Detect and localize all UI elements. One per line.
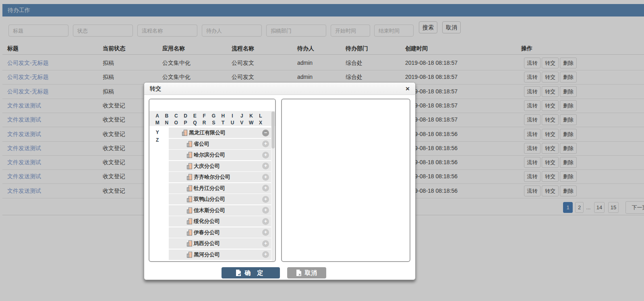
alphabet-row: ABCDEFGHIJKL bbox=[153, 112, 275, 119]
expand-plus-icon[interactable]: + bbox=[262, 185, 269, 192]
letter-item[interactable]: Y bbox=[153, 129, 162, 136]
scrollbar-track[interactable] bbox=[271, 111, 275, 261]
building-icon bbox=[186, 229, 193, 236]
expand-plus-icon[interactable]: + bbox=[262, 207, 269, 214]
letter-item[interactable]: M bbox=[153, 120, 162, 126]
alphabet-index-yz: YZ bbox=[149, 128, 169, 261]
letter-item[interactable]: X bbox=[256, 120, 265, 126]
tree-item-label[interactable]: 伊春分公司 bbox=[194, 227, 220, 238]
building-icon bbox=[186, 141, 193, 147]
tree-item-label[interactable]: 黑河分公司 bbox=[194, 249, 220, 260]
letter-item[interactable]: T bbox=[218, 120, 228, 126]
alphabet-index: ABCDEFGHIJKLMNOPQRSTUVWX bbox=[149, 111, 275, 126]
tree-item[interactable]: 伊春分公司+ bbox=[169, 227, 271, 238]
letter-item[interactable]: W bbox=[246, 120, 256, 126]
letter-item[interactable]: O bbox=[172, 120, 181, 126]
modal-header: 转交 × bbox=[144, 82, 415, 95]
building-icon bbox=[186, 252, 193, 258]
expand-plus-icon[interactable]: + bbox=[262, 163, 269, 169]
tree-item-label[interactable]: 省公司 bbox=[194, 139, 209, 149]
tree-item[interactable]: 齐齐哈尔分公司+ bbox=[169, 172, 271, 182]
expand-plus-icon[interactable]: + bbox=[262, 174, 269, 181]
expand-plus-icon[interactable]: + bbox=[262, 140, 269, 147]
modal-title: 转交 bbox=[144, 82, 415, 95]
expand-plus-icon[interactable]: + bbox=[262, 218, 269, 225]
letter-item[interactable]: Z bbox=[153, 137, 162, 144]
tree-item-label[interactable]: 牡丹江分公司 bbox=[194, 183, 225, 194]
tree-item-label[interactable]: 齐齐哈尔分公司 bbox=[194, 172, 230, 182]
tree-item[interactable]: 鸡西分公司+ bbox=[169, 238, 271, 249]
confirm-button[interactable]: 确 定 bbox=[222, 267, 280, 278]
tree-item[interactable]: 哈尔滨分公司+ bbox=[169, 150, 271, 160]
building-icon bbox=[186, 196, 193, 202]
tree-item[interactable]: 省公司+ bbox=[169, 139, 271, 149]
tree-item[interactable]: 黑河分公司+ bbox=[169, 249, 271, 260]
tree-item-label[interactable]: 大庆分公司 bbox=[194, 161, 220, 171]
confirm-label: 确 定 bbox=[244, 269, 265, 277]
tree-item-label[interactable]: 黑龙江有限公司 bbox=[189, 128, 226, 138]
building-icon bbox=[182, 130, 188, 136]
expand-plus-icon[interactable]: + bbox=[262, 229, 269, 236]
building-icon bbox=[186, 163, 193, 169]
tree-item[interactable]: 双鸭山分公司+ bbox=[169, 194, 271, 204]
building-icon bbox=[186, 152, 193, 158]
expand-plus-icon[interactable]: + bbox=[262, 196, 269, 203]
close-icon[interactable]: × bbox=[406, 82, 410, 95]
tree-item[interactable]: 绥化分公司+ bbox=[169, 216, 271, 227]
letter-item[interactable]: N bbox=[162, 120, 171, 126]
letter-item[interactable]: Q bbox=[190, 120, 199, 126]
building-icon bbox=[186, 218, 193, 225]
expand-plus-icon[interactable]: + bbox=[262, 152, 269, 159]
tree-item-label[interactable]: 双鸭山分公司 bbox=[194, 194, 225, 204]
alphabet-row: MNOPQRSTUVWX bbox=[153, 119, 275, 126]
letter-item[interactable]: R bbox=[199, 120, 209, 126]
letter-item[interactable]: P bbox=[181, 120, 190, 126]
expand-plus-icon[interactable]: + bbox=[262, 251, 269, 258]
letter-item[interactable]: S bbox=[209, 120, 218, 126]
document-x-icon bbox=[296, 270, 302, 276]
tree-item-label[interactable]: 佳木斯分公司 bbox=[194, 205, 225, 216]
building-icon bbox=[186, 240, 193, 247]
org-tree: 黑龙江有限公司−省公司+哈尔滨分公司+大庆分公司+齐齐哈尔分公司+牡丹江分公司+… bbox=[169, 128, 271, 261]
tree-item-label[interactable]: 哈尔滨分公司 bbox=[194, 150, 225, 160]
org-picker-panel: ABCDEFGHIJKLMNOPQRSTUVWX YZ 黑龙江有限公司−省公司+… bbox=[149, 99, 276, 262]
scrollbar-thumb[interactable] bbox=[271, 111, 275, 148]
tree-item-label[interactable]: 绥化分公司 bbox=[194, 216, 220, 227]
letter-item[interactable]: U bbox=[228, 120, 237, 126]
tree-zone: YZ 黑龙江有限公司−省公司+哈尔滨分公司+大庆分公司+齐齐哈尔分公司+牡丹江分… bbox=[149, 128, 271, 261]
expand-plus-icon[interactable]: + bbox=[262, 240, 269, 247]
tree-item[interactable]: 佳木斯分公司+ bbox=[169, 205, 271, 216]
selected-items-panel bbox=[281, 99, 410, 262]
modal-cancel-label: 取消 bbox=[305, 269, 318, 277]
tree-item[interactable]: 大庆分公司+ bbox=[169, 161, 271, 171]
tree-item-label[interactable]: 鸡西分公司 bbox=[194, 238, 220, 249]
building-icon bbox=[186, 207, 193, 214]
collapse-minus-icon[interactable]: − bbox=[262, 130, 269, 136]
building-icon bbox=[186, 185, 193, 192]
org-search-input[interactable] bbox=[149, 99, 275, 111]
building-icon bbox=[186, 174, 193, 180]
transfer-modal: 转交 × ABCDEFGHIJKLMNOPQRSTUVWX YZ 黑龙江有限公司… bbox=[144, 82, 416, 280]
tree-item[interactable]: 牡丹江分公司+ bbox=[169, 183, 271, 194]
tree-item[interactable]: 黑龙江有限公司− bbox=[169, 128, 271, 138]
letter-item[interactable]: V bbox=[237, 120, 246, 126]
modal-cancel-button[interactable]: 取消 bbox=[287, 267, 326, 278]
document-check-icon bbox=[236, 270, 241, 276]
